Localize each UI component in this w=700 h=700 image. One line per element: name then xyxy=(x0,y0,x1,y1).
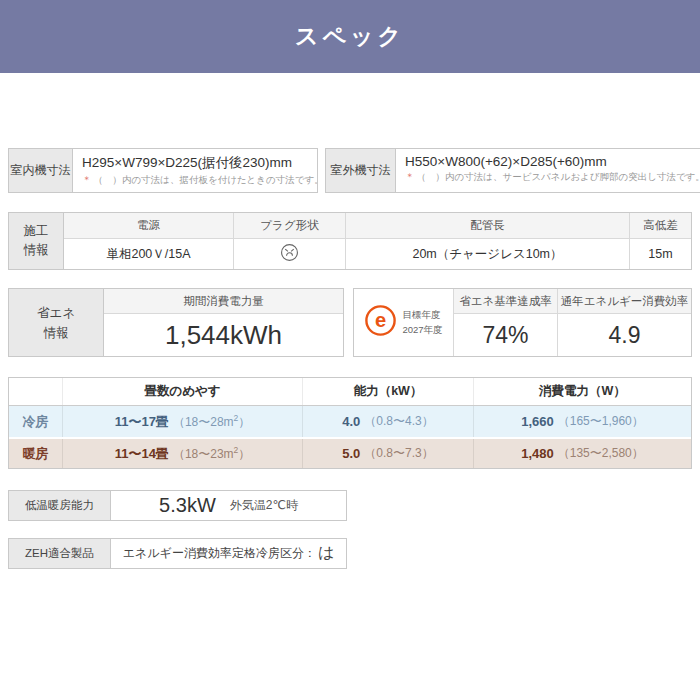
page-title: スペック xyxy=(295,21,405,52)
achievement-rate-column: 省エネ基準達成率 74% xyxy=(454,289,558,356)
energy-label-line2: 情報 xyxy=(44,323,69,343)
construction-label-line2: 情報 xyxy=(24,241,49,260)
heating-area-range: （18〜23m2） xyxy=(173,445,250,463)
low-temp-heating-row: 低温暖房能力 5.3kW 外気温2℃時 xyxy=(8,490,347,521)
cooling-capacity-value: 4.0 xyxy=(342,414,360,429)
energy-saving-e-mark-icon: e xyxy=(364,304,397,341)
cooling-row-label: 冷房 xyxy=(9,406,63,437)
zeh-label: ZEH適合製品 xyxy=(9,539,111,568)
asterisk-mark: ＊ xyxy=(405,171,415,182)
cooling-area-range: （18〜28m2） xyxy=(173,413,250,431)
power-value: 単相200Ｖ/15A xyxy=(64,239,234,269)
outdoor-unit-dimensions: 室外機寸法 H550×W800(+62)×D285(+60)mm ＊（ ）内の寸… xyxy=(325,148,700,193)
height-difference-header: 高低差 xyxy=(630,213,691,239)
outdoor-dimensions-note: ＊（ ）内の寸法は、サービスパネルおよび脚部の突出し寸法です。 xyxy=(405,171,700,184)
emark-letter: e xyxy=(375,309,386,331)
heating-area-post: ） xyxy=(238,447,250,461)
energy-label-line1: 省エネ xyxy=(37,303,75,323)
zeh-text: エネルギー消費効率定格冷房区分： xyxy=(123,545,316,562)
heating-power-range: （135〜2,580） xyxy=(558,445,644,462)
power-consumption-header: 消費電力（W） xyxy=(474,378,691,405)
zeh-value-cell: エネルギー消費効率定格冷房区分： は xyxy=(111,539,346,568)
energy-saving-section: 省エネ 情報 期間消費電力量 1,544kWh e 目標年度 2027年度 xyxy=(8,288,692,357)
target-year-label: 目標年度 xyxy=(402,308,442,323)
spec-title-bar: スペック xyxy=(0,0,700,73)
low-temp-heating-label: 低温暖房能力 xyxy=(9,491,111,520)
zeh-category: は xyxy=(318,543,334,564)
energy-rating-block: e 目標年度 2027年度 省エネ基準達成率 74% 通年エネルギー消費効率 4… xyxy=(353,288,692,357)
capacity-header: 能力（kW） xyxy=(303,378,474,405)
spec-page: スペック 室内機寸法 H295×W799×D225(据付後230)mm ＊（ ）… xyxy=(0,0,700,700)
achievement-rate-value: 74% xyxy=(454,314,557,356)
piping-length-value: 20m（チャージレス10m） xyxy=(346,239,630,269)
indoor-dimensions-label: 室内機寸法 xyxy=(9,149,73,192)
achievement-rate-header: 省エネ基準達成率 xyxy=(454,289,557,314)
construction-info-table: 施工 情報 電源 プラグ形状 配管長 高低差 単相200Ｖ/15A 20m（チャ… xyxy=(8,212,692,270)
target-year-value: 2027年度 xyxy=(402,323,442,338)
heating-capacity-range: （0.8〜7.3） xyxy=(364,445,433,462)
heating-area-pre: （18〜23m xyxy=(173,447,234,461)
low-temp-heating-value-cell: 5.3kW 外気温2℃時 xyxy=(111,491,346,520)
cooling-tatami-cell: 11〜17畳 （18〜28m2） xyxy=(63,406,303,437)
capacity-table: 畳数のめやす 能力（kW） 消費電力（W） 冷房 11〜17畳 （18〜28m2… xyxy=(8,377,692,469)
indoor-dimensions-value: H295×W799×D225(据付後230)mm xyxy=(82,154,311,172)
heating-row-label: 暖房 xyxy=(9,439,63,468)
outdoor-dimensions-label: 室外機寸法 xyxy=(326,149,396,192)
period-consumption-header: 期間消費電力量 xyxy=(104,289,343,314)
cooling-capacity-range: （0.8〜4.3） xyxy=(364,413,433,430)
heating-power-cell: 1,480 （135〜2,580） xyxy=(474,439,691,468)
cooling-area-post: ） xyxy=(238,415,250,429)
apf-header: 通年エネルギー消費効率 xyxy=(558,289,691,314)
heating-row: 暖房 11〜14畳 （18〜23m2） 5.0 （0.8〜7.3） 1,480 … xyxy=(9,437,691,468)
heating-capacity-value: 5.0 xyxy=(342,446,360,461)
target-year: 目標年度 2027年度 xyxy=(402,308,442,337)
cooling-power-cell: 1,660 （165〜1,960） xyxy=(474,406,691,437)
energy-saving-label: 省エネ 情報 xyxy=(9,289,104,356)
outdoor-dimensions-value-cell: H550×W800(+62)×D285(+60)mm ＊（ ）内の寸法は、サービ… xyxy=(396,149,700,192)
apf-column: 通年エネルギー消費効率 4.9 xyxy=(558,289,691,356)
outdoor-dimensions-value: H550×W800(+62)×D285(+60)mm xyxy=(405,154,700,169)
cooling-power-value: 1,660 xyxy=(521,414,554,429)
construction-grid: 電源 プラグ形状 配管長 高低差 単相200Ｖ/15A 20m（チャージレス10… xyxy=(64,213,691,269)
cooling-row: 冷房 11〜17畳 （18〜28m2） 4.0 （0.8〜4.3） 1,660 … xyxy=(9,406,691,437)
indoor-dimensions-value-cell: H295×W799×D225(据付後230)mm ＊（ ）内の寸法は、据付板を付… xyxy=(73,149,317,192)
low-temp-heating-condition: 外気温2℃時 xyxy=(230,497,298,514)
heating-capacity-cell: 5.0 （0.8〜7.3） xyxy=(303,439,474,468)
period-consumption-value: 1,544kWh xyxy=(104,314,343,356)
plug-shape-cell xyxy=(234,239,346,269)
outdoor-note-text: （ ）内の寸法は、サービスパネルおよび脚部の突出し寸法です。 xyxy=(417,171,700,182)
power-header: 電源 xyxy=(64,213,234,239)
construction-label-line1: 施工 xyxy=(24,222,49,241)
tatami-header: 畳数のめやす xyxy=(63,378,303,405)
low-temp-heating-value: 5.3kW xyxy=(159,494,216,517)
blank-header-cell xyxy=(9,378,63,405)
emark-cell: e 目標年度 2027年度 xyxy=(354,289,454,356)
period-consumption-block: 省エネ 情報 期間消費電力量 1,544kWh xyxy=(8,288,344,357)
heating-power-value: 1,480 xyxy=(521,446,554,461)
capacity-table-header: 畳数のめやす 能力（kW） 消費電力（W） xyxy=(9,378,691,406)
construction-info-label: 施工 情報 xyxy=(9,213,64,269)
apf-value: 4.9 xyxy=(558,314,691,356)
cooling-tatami-value: 11〜17畳 xyxy=(115,413,169,431)
piping-length-header: 配管長 xyxy=(346,213,630,239)
dimensions-row: 室内機寸法 H295×W799×D225(据付後230)mm ＊（ ）内の寸法は… xyxy=(8,148,692,193)
heating-tatami-cell: 11〜14畳 （18〜23m2） xyxy=(63,439,303,468)
plug-shape-header: プラグ形状 xyxy=(234,213,346,239)
height-difference-value: 15m xyxy=(630,239,691,269)
indoor-dimensions-note: ＊（ ）内の寸法は、据付板を付けたときの寸法です。 xyxy=(82,174,311,187)
asterisk-mark: ＊ xyxy=(82,174,92,185)
heating-tatami-value: 11〜14畳 xyxy=(115,445,169,463)
indoor-unit-dimensions: 室内機寸法 H295×W799×D225(据付後230)mm ＊（ ）内の寸法は… xyxy=(8,148,318,193)
plug-shape-icon xyxy=(280,243,299,265)
zeh-row: ZEH適合製品 エネルギー消費効率定格冷房区分： は xyxy=(8,538,347,569)
cooling-capacity-cell: 4.0 （0.8〜4.3） xyxy=(303,406,474,437)
cooling-power-range: （165〜1,960） xyxy=(558,413,644,430)
cooling-area-pre: （18〜28m xyxy=(173,415,234,429)
indoor-note-text: （ ）内の寸法は、据付板を付けたときの寸法です。 xyxy=(94,174,318,185)
period-consumption-cell: 期間消費電力量 1,544kWh xyxy=(104,289,343,356)
